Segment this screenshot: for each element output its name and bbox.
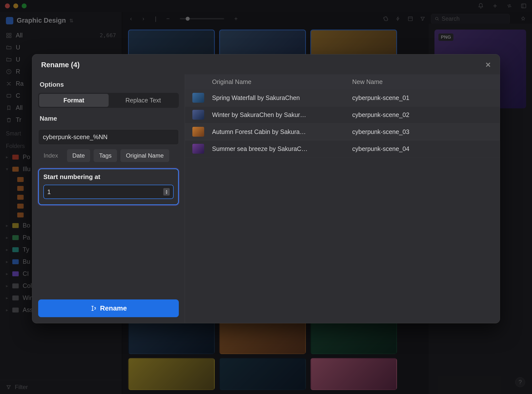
name-pattern-input[interactable] <box>38 129 179 145</box>
row-new: cyberpunk-scene_03 <box>352 128 492 135</box>
row-new: cyberpunk-scene_01 <box>352 94 492 101</box>
preview-row[interactable]: Spring Waterfall by SakuraChen cyberpunk… <box>185 89 500 106</box>
close-icon[interactable]: ✕ <box>485 61 491 69</box>
options-heading: Options <box>40 81 177 88</box>
preview-row[interactable]: Autumn Forest Cabin by Sakura… cyberpunk… <box>185 123 500 140</box>
rename-button[interactable]: Rename <box>38 299 179 317</box>
preview-row[interactable]: Summer sea breeze by SakuraC… cyberpunk-… <box>185 140 500 157</box>
row-orig: Spring Waterfall by SakuraChen <box>212 94 352 101</box>
mode-segmented-control: Format Replace Text <box>38 93 179 108</box>
row-thumb <box>192 93 204 103</box>
rename-preview-panel: Original Name New Name Spring Waterfall … <box>185 74 500 323</box>
name-heading: Name <box>40 115 177 122</box>
start-numbering-label: Start numbering at <box>43 173 174 181</box>
dialog-title: Rename (4) <box>41 61 80 69</box>
start-number-input[interactable] <box>47 188 163 196</box>
preview-row[interactable]: Winter by SakuraChen by Sakur… cyberpunk… <box>185 106 500 123</box>
token-tags[interactable]: Tags <box>94 149 117 162</box>
rename-options-panel: Options Format Replace Text Name Index D… <box>32 74 185 323</box>
row-thumb <box>192 144 204 154</box>
row-thumb <box>192 110 204 120</box>
row-new: cyberpunk-scene_02 <box>352 111 492 118</box>
preview-header: Original Name New Name <box>185 74 500 89</box>
row-orig: Winter by SakuraChen by Sakur… <box>212 111 352 118</box>
modal-overlay: Rename (4) ✕ Options Format Replace Text… <box>0 0 532 394</box>
rename-button-label: Rename <box>100 304 127 312</box>
col-new-name: New Name <box>352 78 492 85</box>
token-date[interactable]: Date <box>67 149 90 162</box>
token-original-name[interactable]: Original Name <box>120 149 169 162</box>
start-numbering-region: Start numbering at ▴ ▾ <box>38 168 179 205</box>
token-buttons: Index Date Tags Original Name <box>38 149 179 162</box>
row-orig: Autumn Forest Cabin by Sakura… <box>212 128 352 135</box>
row-thumb <box>192 127 204 137</box>
tab-format[interactable]: Format <box>39 94 109 107</box>
tab-replace-text[interactable]: Replace Text <box>109 94 178 107</box>
row-new: cyberpunk-scene_04 <box>352 145 492 152</box>
token-index[interactable]: Index <box>38 149 64 162</box>
row-orig: Summer sea breeze by SakuraC… <box>212 145 352 152</box>
col-original-name: Original Name <box>212 78 352 85</box>
number-stepper[interactable]: ▴ ▾ <box>163 188 170 196</box>
stepper-down-icon: ▾ <box>166 192 167 194</box>
rename-dialog: Rename (4) ✕ Options Format Replace Text… <box>32 54 500 323</box>
rename-icon <box>90 305 97 312</box>
